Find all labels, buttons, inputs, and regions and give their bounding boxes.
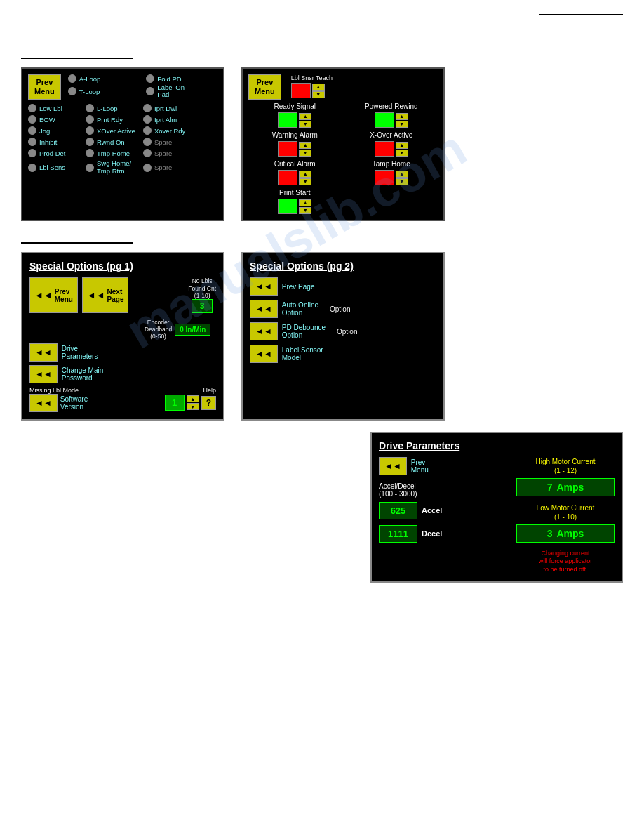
io-dot (68, 87, 76, 95)
lbl-snsr-teach-down[interactable]: ▼ (312, 91, 325, 98)
io-dot (28, 115, 36, 124)
ready-signal-section: Ready Signal ▲ ▼ (248, 102, 342, 128)
drive-decel-label: Decel (422, 529, 442, 538)
io-item-tmp-home: Tmp Home (86, 149, 142, 157)
software-version-value: 1 (165, 395, 185, 411)
io-item-prnt-rdy: Prnt Rdy (86, 115, 142, 124)
io-dot (28, 126, 36, 135)
io-item-lbl-sens: Lbl Sens (28, 160, 84, 175)
high-motor-value-box: 7 Amps (516, 478, 615, 496)
no-lbls-found-value[interactable]: 3 (192, 299, 213, 313)
sp2-auto-online-row: ◄◄ Auto OnlineOption Option (250, 300, 436, 318)
lbl-snsr-teach-indicator (291, 83, 311, 98)
io-item-rwnd-on: Rwnd On (86, 138, 142, 146)
drive-accel-decel-label: Accel/Decel (100 - 3000) (379, 482, 505, 498)
special-options-1-panel: Special Options (pg 1) ◄◄ Prev Menu ◄◄ N… (21, 252, 224, 420)
io-item-swg-home: Swg Home/Tmp Rtrn (86, 160, 142, 175)
sp2-prev-row: ◄◄ Prev Page (250, 277, 436, 296)
version-up[interactable]: ▲ (187, 395, 199, 402)
io-dot (86, 149, 94, 157)
section2-area (21, 242, 623, 244)
drive-prev-btn[interactable]: ◄◄ (379, 457, 407, 475)
io-item-spare1: Spare (143, 138, 199, 146)
sp1-missing-lbl-row: Missing Lbl Mode Help (29, 387, 216, 394)
low-motor-value[interactable]: 3 (547, 528, 553, 539)
io-dot (28, 164, 36, 172)
sp1-software-version-btn[interactable]: ◄◄ (29, 394, 58, 412)
sp1-prev-btn[interactable]: ◄◄ Prev Menu (29, 277, 78, 313)
print-start-down[interactable]: ▼ (299, 207, 311, 214)
io-item-fold-pd: Fold PD (146, 74, 217, 83)
print-start-up[interactable]: ▲ (299, 199, 311, 206)
critical-alarm-down[interactable]: ▼ (299, 178, 311, 185)
tamp-home-up[interactable]: ▲ (396, 171, 408, 178)
drive-panel-wrapper: Drive Parameters ◄◄ Prev Menu Accel/Dece… (21, 432, 623, 583)
drive-warning-text: Changing current will force applicator t… (516, 550, 615, 574)
powered-rewind-indicator (375, 112, 394, 128)
out-prev-menu-btn[interactable]: Prev Menu (248, 74, 281, 100)
io-prev-menu-btn[interactable]: Prev Menu (28, 74, 61, 100)
warning-alarm-down[interactable]: ▼ (299, 150, 311, 157)
low-motor-value-box: 3 Amps (516, 524, 615, 543)
io-dot (28, 104, 36, 112)
io-item-xover-active: XOver Active (86, 126, 142, 135)
xover-active-down[interactable]: ▼ (396, 150, 408, 157)
sp2-pd-debounce-row: ◄◄ PD DebounceOption Option (250, 322, 436, 340)
sp1-next-btn[interactable]: ◄◄ Next Page (82, 277, 129, 313)
critical-alarm-section: Critical Alarm ▲ ▼ (248, 160, 342, 185)
version-down[interactable]: ▼ (187, 403, 199, 410)
encoder-deadband-value[interactable]: 0 In/Min (175, 324, 210, 336)
powered-rewind-up[interactable]: ▲ (396, 113, 408, 120)
io-dot (143, 115, 152, 124)
critical-alarm-up[interactable]: ▲ (299, 171, 311, 178)
sp1-drive-btn[interactable]: ◄◄ (29, 343, 58, 362)
xover-active-up[interactable]: ▲ (396, 142, 408, 149)
high-motor-value[interactable]: 7 (547, 482, 553, 493)
io-item-prod-det: Prod Det (28, 149, 84, 157)
io-item-lloop: L-Loop (86, 104, 142, 112)
sp2-prev-btn[interactable]: ◄◄ (250, 277, 278, 296)
drive-accel-label: Accel (422, 506, 442, 515)
special-options-2-panel: Special Options (pg 2) ◄◄ Prev Page ◄◄ A… (241, 252, 445, 420)
pd-debounce-option-text: Option (337, 328, 357, 336)
io-item-xover-rdy: Xover Rdy (143, 126, 199, 135)
io-dot (143, 104, 152, 112)
drive-layout: ◄◄ Prev Menu Accel/Decel (100 - 3000) 62… (379, 457, 615, 574)
drive-prev-row: ◄◄ Prev Menu (379, 457, 505, 475)
io-item-aloop: A-Loop (68, 74, 140, 83)
ready-signal-indicator (278, 112, 297, 128)
critical-alarm-indicator (278, 170, 297, 185)
tamp-home-section: Tamp Home ▲ ▼ (345, 160, 438, 185)
io-dot (143, 138, 152, 146)
ready-signal-up[interactable]: ▲ (299, 113, 311, 120)
io-item-iprt-dwl: Iprt Dwl (143, 104, 199, 112)
powered-rewind-down[interactable]: ▼ (396, 121, 408, 128)
tamp-home-indicator (375, 170, 394, 185)
drive-parameters-panel: Drive Parameters ◄◄ Prev Menu Accel/Dece… (370, 432, 623, 583)
ready-signal-down[interactable]: ▼ (299, 121, 311, 128)
io-item-jog: Jog (28, 126, 84, 135)
special-options-1-title: Special Options (pg 1) (29, 260, 216, 272)
sp2-label-sensor-row: ◄◄ Label SensorModel (250, 345, 436, 363)
io-dot (28, 138, 36, 146)
sp2-label-sensor-btn[interactable]: ◄◄ (250, 345, 278, 363)
drive-accel-row: 625 Accel (379, 502, 505, 519)
sp2-pd-debounce-btn[interactable]: ◄◄ (250, 322, 278, 340)
tamp-home-down[interactable]: ▼ (396, 178, 408, 185)
sp1-password-btn[interactable]: ◄◄ (29, 365, 58, 383)
io-item-spare2: Spare (143, 149, 199, 157)
warning-alarm-indicator (278, 141, 297, 157)
lbl-snsr-teach-up[interactable]: ▲ (312, 84, 325, 91)
warning-alarm-up[interactable]: ▲ (299, 142, 311, 149)
powered-rewind-section: Powered Rewind ▲ ▼ (345, 102, 438, 128)
drive-decel-row: 1111 Decel (379, 525, 505, 543)
section1-rule (21, 58, 133, 59)
sp2-auto-online-btn[interactable]: ◄◄ (250, 300, 278, 318)
drive-decel-value[interactable]: 1111 (379, 525, 417, 543)
io-dot (86, 104, 94, 112)
io-dot (143, 164, 152, 172)
drive-accel-value[interactable]: 625 (379, 502, 417, 519)
io-dot (146, 74, 154, 83)
section2-rule (21, 242, 133, 244)
help-btn[interactable]: ? (201, 396, 216, 410)
